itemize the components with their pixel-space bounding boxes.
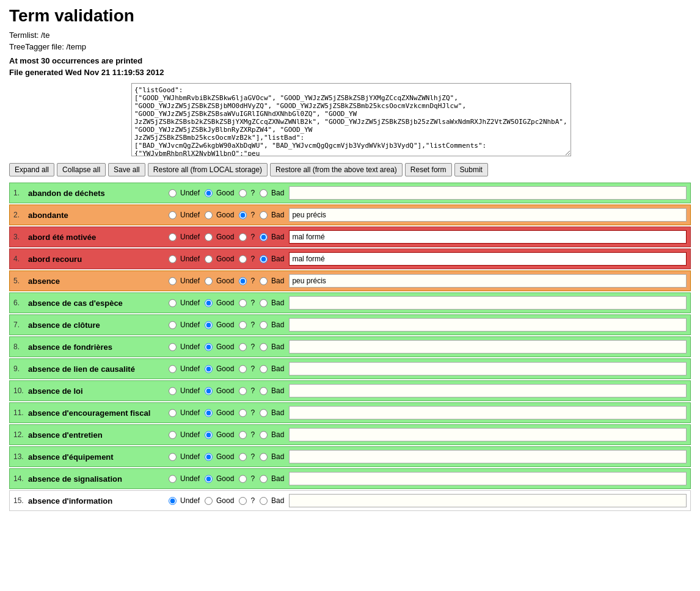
json-textarea[interactable] (131, 83, 571, 156)
radio-question-label[interactable]: ? (250, 277, 255, 285)
radio-bad[interactable] (260, 409, 268, 417)
radio-undef[interactable] (169, 475, 177, 483)
radio-question[interactable] (239, 409, 247, 417)
radio-question[interactable] (239, 497, 247, 505)
radio-question[interactable] (239, 431, 247, 439)
radio-bad-label[interactable]: Bad (271, 277, 284, 285)
radio-undef-label[interactable]: Undef (180, 277, 200, 285)
radio-undef[interactable] (169, 233, 177, 241)
radio-question[interactable] (239, 321, 247, 329)
radio-undef[interactable] (169, 409, 177, 417)
radio-bad-label[interactable]: Bad (271, 233, 284, 241)
radio-undef[interactable] (169, 387, 177, 395)
radio-question[interactable] (239, 343, 247, 351)
comment-input[interactable] (289, 230, 687, 244)
radio-question-label[interactable]: ? (250, 189, 255, 197)
restore-textarea-button[interactable]: Restore all (from the above text area) (270, 163, 403, 176)
comment-input[interactable] (289, 208, 687, 222)
radio-undef-label[interactable]: Undef (180, 408, 200, 417)
radio-undef-label[interactable]: Undef (180, 364, 200, 373)
radio-good-label[interactable]: Good (216, 474, 234, 483)
radio-question[interactable] (239, 453, 247, 461)
radio-good-label[interactable]: Good (216, 277, 234, 285)
radio-good[interactable] (205, 255, 213, 263)
radio-bad[interactable] (260, 299, 268, 307)
radio-undef[interactable] (169, 431, 177, 439)
radio-undef-label[interactable]: Undef (180, 299, 200, 307)
comment-input[interactable] (289, 428, 687, 441)
collapse-all-button[interactable]: Collapse all (57, 163, 106, 176)
radio-bad-label[interactable]: Bad (271, 321, 284, 329)
radio-bad[interactable] (260, 365, 268, 373)
radio-question[interactable] (239, 277, 247, 285)
comment-input[interactable] (289, 252, 687, 266)
radio-bad[interactable] (260, 343, 268, 351)
radio-undef[interactable] (169, 211, 177, 219)
comment-input[interactable] (289, 406, 687, 419)
radio-undef-label[interactable]: Undef (180, 189, 200, 197)
radio-undef[interactable] (169, 453, 177, 461)
radio-question-label[interactable]: ? (250, 321, 255, 329)
radio-bad[interactable] (260, 387, 268, 395)
radio-bad-label[interactable]: Bad (271, 299, 284, 307)
radio-undef[interactable] (169, 277, 177, 285)
radio-good-label[interactable]: Good (216, 430, 234, 439)
radio-good-label[interactable]: Good (216, 255, 234, 263)
radio-bad-label[interactable]: Bad (271, 386, 284, 395)
radio-good[interactable] (205, 475, 213, 483)
radio-undef-label[interactable]: Undef (180, 211, 200, 219)
radio-good-label[interactable]: Good (216, 211, 234, 219)
radio-good-label[interactable]: Good (216, 189, 234, 197)
radio-undef-label[interactable]: Undef (180, 321, 200, 329)
radio-undef[interactable] (169, 365, 177, 373)
radio-bad-label[interactable]: Bad (271, 255, 284, 263)
radio-bad[interactable] (260, 211, 268, 219)
radio-bad[interactable] (260, 497, 268, 505)
radio-good[interactable] (205, 453, 213, 461)
radio-bad-label[interactable]: Bad (271, 189, 284, 197)
radio-good-label[interactable]: Good (216, 364, 234, 373)
radio-bad-label[interactable]: Bad (271, 211, 284, 219)
radio-bad-label[interactable]: Bad (271, 430, 284, 439)
comment-input[interactable] (289, 318, 687, 332)
radio-undef[interactable] (169, 299, 177, 307)
radio-good[interactable] (205, 343, 213, 351)
radio-bad-label[interactable]: Bad (271, 408, 284, 417)
radio-good[interactable] (205, 189, 213, 197)
radio-question-label[interactable]: ? (250, 386, 255, 395)
radio-question-label[interactable]: ? (250, 430, 255, 439)
comment-input[interactable] (289, 472, 687, 485)
radio-bad[interactable] (260, 475, 268, 483)
radio-undef[interactable] (169, 497, 177, 505)
radio-undef-label[interactable]: Undef (180, 255, 200, 263)
radio-good-label[interactable]: Good (216, 321, 234, 329)
comment-input[interactable] (289, 362, 687, 375)
radio-bad-label[interactable]: Bad (271, 496, 284, 505)
radio-good[interactable] (205, 211, 213, 219)
comment-input[interactable] (289, 450, 687, 463)
save-all-button[interactable]: Save all (108, 163, 145, 176)
radio-question[interactable] (239, 387, 247, 395)
radio-question-label[interactable]: ? (250, 452, 255, 461)
radio-question-label[interactable]: ? (250, 299, 255, 307)
radio-good[interactable] (205, 233, 213, 241)
radio-bad[interactable] (260, 321, 268, 329)
radio-good[interactable] (205, 321, 213, 329)
comment-input[interactable] (289, 274, 687, 288)
comment-input[interactable] (289, 296, 687, 310)
radio-question-label[interactable]: ? (250, 496, 255, 505)
radio-question[interactable] (239, 189, 247, 197)
radio-question[interactable] (239, 211, 247, 219)
radio-good-label[interactable]: Good (216, 299, 234, 307)
comment-input[interactable] (289, 494, 687, 507)
radio-undef-label[interactable]: Undef (180, 474, 200, 483)
radio-bad-label[interactable]: Bad (271, 452, 284, 461)
radio-good-label[interactable]: Good (216, 496, 234, 505)
radio-undef-label[interactable]: Undef (180, 452, 200, 461)
radio-bad-label[interactable]: Bad (271, 474, 284, 483)
comment-input[interactable] (289, 340, 687, 354)
radio-bad[interactable] (260, 233, 268, 241)
radio-question-label[interactable]: ? (250, 211, 255, 219)
radio-good[interactable] (205, 431, 213, 439)
radio-good[interactable] (205, 299, 213, 307)
